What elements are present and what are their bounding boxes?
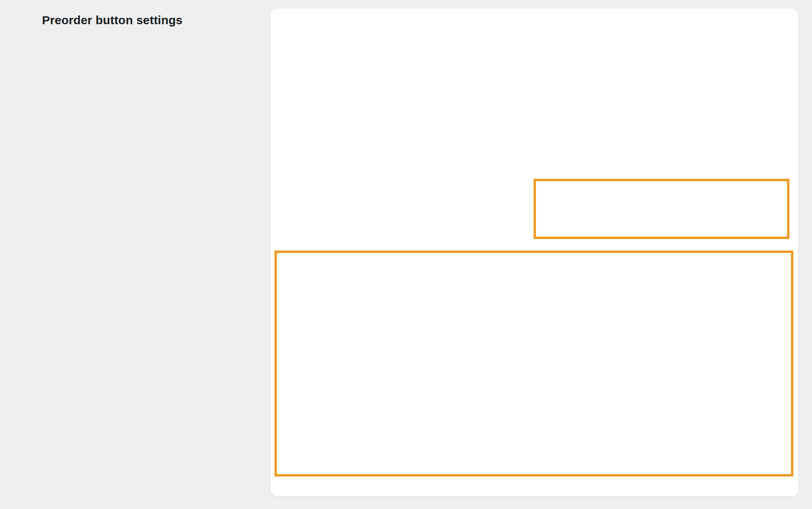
settings-card: [271, 9, 798, 496]
title-annotation-box: Preorder button settings: [36, 4, 200, 36]
page-title: Preorder button settings: [42, 13, 183, 27]
